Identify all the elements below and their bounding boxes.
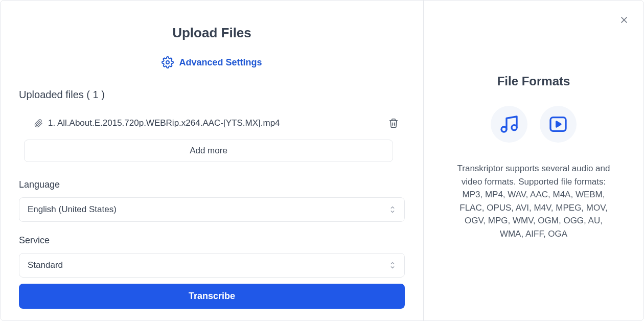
service-selected-value: Standard: [28, 260, 63, 270]
svg-marker-8: [557, 122, 561, 127]
file-name: 1. All.About.E.2015.720p.WEBRip.x264.AAC…: [48, 118, 280, 128]
language-selected-value: English (United States): [28, 204, 117, 215]
advanced-settings-link[interactable]: Advanced Settings: [19, 56, 405, 68]
audio-format-icon-container: [491, 106, 527, 143]
info-panel: File Formats Transkriptor supports sever…: [424, 1, 643, 320]
format-icons: [491, 106, 577, 143]
video-icon: [548, 114, 568, 134]
file-row: 1. All.About.E.2015.720p.WEBRip.x264.AAC…: [19, 118, 405, 128]
close-icon[interactable]: [619, 15, 629, 25]
trash-icon[interactable]: [388, 118, 399, 128]
language-label: Language: [19, 179, 405, 190]
svg-point-6: [512, 125, 517, 130]
page-title: Upload Files: [19, 25, 405, 41]
gear-icon: [162, 56, 174, 68]
transcribe-button[interactable]: Transcribe: [19, 284, 405, 309]
uploaded-files-heading: Uploaded files ( 1 ): [19, 89, 405, 101]
svg-point-5: [501, 127, 507, 132]
service-select[interactable]: Standard: [19, 253, 405, 278]
video-format-icon-container: [540, 106, 577, 143]
chevron-updown-icon: [389, 261, 396, 270]
chevron-updown-icon: [389, 205, 396, 214]
file-formats-description: Transkriptor supports several audio and …: [452, 162, 615, 240]
advanced-settings-label: Advanced Settings: [179, 57, 262, 68]
service-label: Service: [19, 235, 405, 246]
upload-panel: Upload Files Advanced Settings Uploaded …: [1, 1, 424, 320]
language-select[interactable]: English (United States): [19, 197, 405, 222]
music-icon: [499, 114, 519, 134]
svg-point-0: [166, 61, 169, 64]
file-formats-title: File Formats: [497, 74, 570, 88]
add-more-button[interactable]: Add more: [24, 140, 393, 162]
paperclip-icon: [34, 119, 43, 128]
